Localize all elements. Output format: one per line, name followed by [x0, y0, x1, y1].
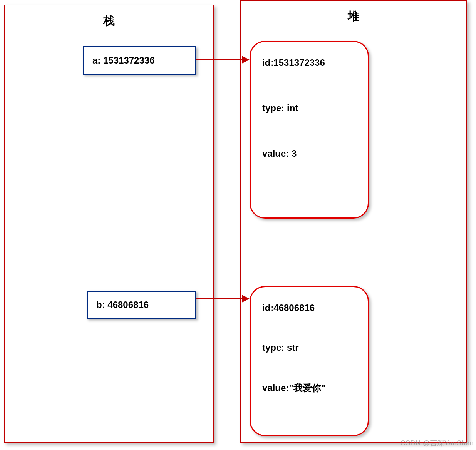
heap-object-a: id:1531372336 type: int value: 3 — [250, 41, 369, 219]
watermark: CSDN @言深YanShen — [400, 438, 474, 448]
diagram-canvas: 栈 堆 a: 1531372336 b: 46806816 id:1531372… — [0, 0, 476, 450]
obj-b-type: type: str — [262, 342, 356, 353]
obj-a-type: type: int — [262, 103, 356, 114]
heap-title: 堆 — [348, 8, 359, 24]
arrow-shaft-icon — [196, 298, 242, 299]
stack-ref-b: b: 46806816 — [87, 291, 196, 319]
stack-ref-a: a: 1531372336 — [83, 46, 196, 75]
obj-b-value: value:"我爱你" — [262, 382, 356, 394]
stack-title: 栈 — [103, 13, 115, 29]
heap-object-b: id:46806816 type: str value:"我爱你" — [250, 286, 369, 436]
arrow-head-icon — [242, 295, 250, 303]
arrow-shaft-icon — [196, 59, 242, 60]
obj-a-value: value: 3 — [262, 148, 356, 159]
obj-a-id: id:1531372336 — [262, 57, 356, 68]
arrow-head-icon — [242, 56, 250, 64]
obj-b-id: id:46806816 — [262, 303, 356, 313]
